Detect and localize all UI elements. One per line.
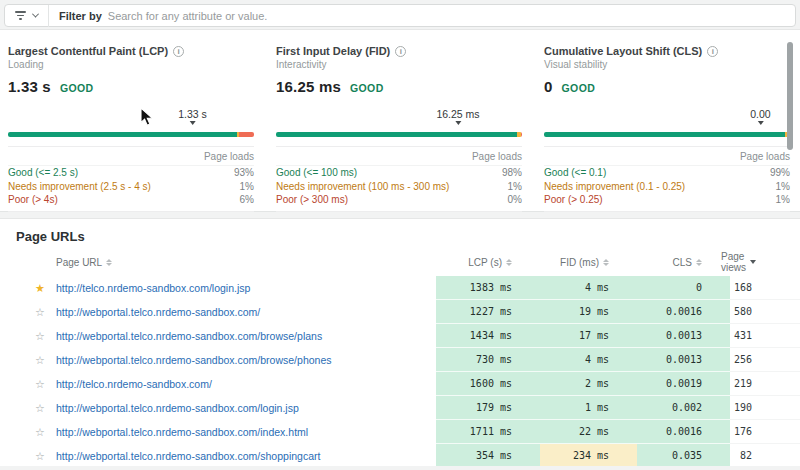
page-url-link[interactable]: http://telco.nrdemo-sandbox.com/login.js… <box>56 282 250 294</box>
cls-cell: 0.0019 <box>637 372 730 396</box>
table-row[interactable]: ☆ http://webportal.telco.nrdemo-sandbox.… <box>0 348 800 372</box>
page-views-cell: 168 <box>730 276 800 300</box>
fid-cell: 22 ms <box>540 420 637 444</box>
page-url-link[interactable]: http://webportal.telco.nrdemo-sandbox.co… <box>56 354 332 366</box>
favorite-star-icon[interactable]: ☆ <box>24 444 56 466</box>
fid-cell: 4 ms <box>540 348 637 372</box>
good-threshold-label: Good (<= 0.1) <box>544 166 606 180</box>
fid-cell: 1 ms <box>540 396 637 420</box>
page-views-cell: 82 <box>730 444 800 466</box>
cls-cell: 0.0013 <box>637 348 730 372</box>
filter-search-input[interactable] <box>108 10 795 22</box>
metric-rating-badge: GOOD <box>350 82 384 94</box>
table-row[interactable]: ☆ http://webportal.telco.nrdemo-sandbox.… <box>0 420 800 444</box>
favorite-star-icon[interactable]: ★ <box>24 276 56 300</box>
lcp-cell: 1434 ms <box>436 324 540 348</box>
info-icon[interactable]: i <box>395 46 406 57</box>
column-header-page-views[interactable]: Page views <box>730 251 800 273</box>
metric-title: First Input Delay (FID) i <box>276 45 522 57</box>
percentile-marker: 1.33 s <box>178 108 207 125</box>
poor-percent: 1% <box>776 193 790 207</box>
favorite-star-icon[interactable]: ☆ <box>24 396 56 420</box>
lcp-cell: 730 ms <box>436 348 540 372</box>
needs-threshold-label: Needs improvement (0.1 - 0.25) <box>544 180 685 194</box>
page-views-cell: 256 <box>730 348 800 372</box>
poor-threshold-label: Poor (> 0.25) <box>544 193 603 207</box>
table-row[interactable]: ☆ http://webportal.telco.nrdemo-sandbox.… <box>0 300 800 324</box>
bar-segment-good <box>544 132 785 137</box>
cls-cell: 0.0013 <box>637 324 730 348</box>
filter-icon <box>15 11 26 20</box>
needs-percent: 1% <box>776 180 790 194</box>
metric-value: 1.33 s <box>8 78 51 95</box>
column-header-lcp[interactable]: LCP (s) <box>436 257 540 268</box>
filter-menu-button[interactable] <box>5 5 48 26</box>
cls-cell: 0 <box>637 276 730 300</box>
good-percent: 93% <box>234 166 254 180</box>
cls-cell: 0.0016 <box>637 420 730 444</box>
fid-card: First Input Delay (FID) i Interactivity … <box>276 45 522 228</box>
poor-threshold-label: Poor (> 300 ms) <box>276 193 348 207</box>
poor-percent: 6% <box>240 193 254 207</box>
metric-subtitle: Loading <box>8 59 254 70</box>
lcp-card: Largest Contentful Paint (LCP) i Loading… <box>8 45 254 228</box>
metric-value: 16.25 ms <box>276 78 341 95</box>
page-loads-label: Page loads <box>544 147 790 166</box>
sort-icon <box>506 259 512 266</box>
table-row[interactable]: ☆ http://webportal.telco.nrdemo-sandbox.… <box>0 444 800 466</box>
cls-cell: 0.035 <box>637 444 730 466</box>
page-views-cell: 176 <box>730 420 800 444</box>
poor-threshold-label: Poor (> 4s) <box>8 193 58 207</box>
column-header-fid[interactable]: FID (ms) <box>540 257 637 268</box>
favorite-star-icon[interactable]: ☆ <box>24 300 56 324</box>
page-loads-label: Page loads <box>276 147 522 166</box>
distribution-bar <box>276 132 522 137</box>
table-row[interactable]: ★ http://telco.nrdemo-sandbox.com/login.… <box>0 276 800 300</box>
metric-subtitle: Visual stability <box>544 59 790 70</box>
favorite-star-icon[interactable]: ☆ <box>24 324 56 348</box>
table-row[interactable]: ☆ http://webportal.telco.nrdemo-sandbox.… <box>0 396 800 420</box>
sort-descending-icon <box>750 260 756 264</box>
bar-segment-poor <box>239 132 254 137</box>
distribution-bar <box>8 132 254 137</box>
metric-rating-badge: GOOD <box>60 82 94 94</box>
lcp-cell: 354 ms <box>436 444 540 466</box>
bar-segment-poor <box>521 132 522 137</box>
page-url-link[interactable]: http://webportal.telco.nrdemo-sandbox.co… <box>56 402 299 414</box>
lcp-cell: 179 ms <box>436 396 540 420</box>
page-views-cell: 431 <box>730 324 800 348</box>
metric-title: Cumulative Layout Shift (CLS) i <box>544 45 790 57</box>
table-row[interactable]: ☆ http://webportal.telco.nrdemo-sandbox.… <box>0 324 800 348</box>
page-url-link[interactable]: http://telco.nrdemo-sandbox.com/ <box>56 378 212 390</box>
fid-cell-warning: 234 ms <box>540 444 637 466</box>
bar-segment-good <box>8 132 237 137</box>
column-header-cls[interactable]: CLS <box>637 257 730 268</box>
cls-cell: 0.002 <box>637 396 730 420</box>
page-urls-panel: Page URLs Page URL LCP (s) FID (ms) CLS … <box>0 218 800 466</box>
favorite-star-icon[interactable]: ☆ <box>24 372 56 396</box>
lcp-cell: 1227 ms <box>436 300 540 324</box>
sort-icon <box>603 259 609 266</box>
needs-percent: 1% <box>508 180 522 194</box>
metric-rating-badge: GOOD <box>562 82 596 94</box>
distribution-bar <box>544 132 790 137</box>
good-percent: 98% <box>502 166 522 180</box>
favorite-star-icon[interactable]: ☆ <box>24 420 56 444</box>
divider <box>48 5 49 27</box>
sort-icon <box>106 259 112 266</box>
good-threshold-label: Good (<= 100 ms) <box>276 166 357 180</box>
column-header-page-url[interactable]: Page URL <box>56 257 436 268</box>
good-threshold-label: Good (<= 2.5 s) <box>8 166 78 180</box>
page-url-link[interactable]: http://webportal.telco.nrdemo-sandbox.co… <box>56 330 322 342</box>
vertical-scrollbar-thumb[interactable] <box>787 42 793 150</box>
table-row[interactable]: ☆ http://telco.nrdemo-sandbox.com/ 1600 … <box>0 372 800 396</box>
page-url-link[interactable]: http://webportal.telco.nrdemo-sandbox.co… <box>56 306 260 318</box>
percentile-marker: 0.00 <box>750 108 770 125</box>
page-url-link[interactable]: http://webportal.telco.nrdemo-sandbox.co… <box>56 426 308 438</box>
page-loads-label: Page loads <box>8 147 254 166</box>
info-icon[interactable]: i <box>707 46 718 57</box>
favorite-star-icon[interactable]: ☆ <box>24 348 56 372</box>
bar-segment-good <box>276 132 517 137</box>
info-icon[interactable]: i <box>173 46 184 57</box>
page-url-link[interactable]: http://webportal.telco.nrdemo-sandbox.co… <box>56 450 320 462</box>
